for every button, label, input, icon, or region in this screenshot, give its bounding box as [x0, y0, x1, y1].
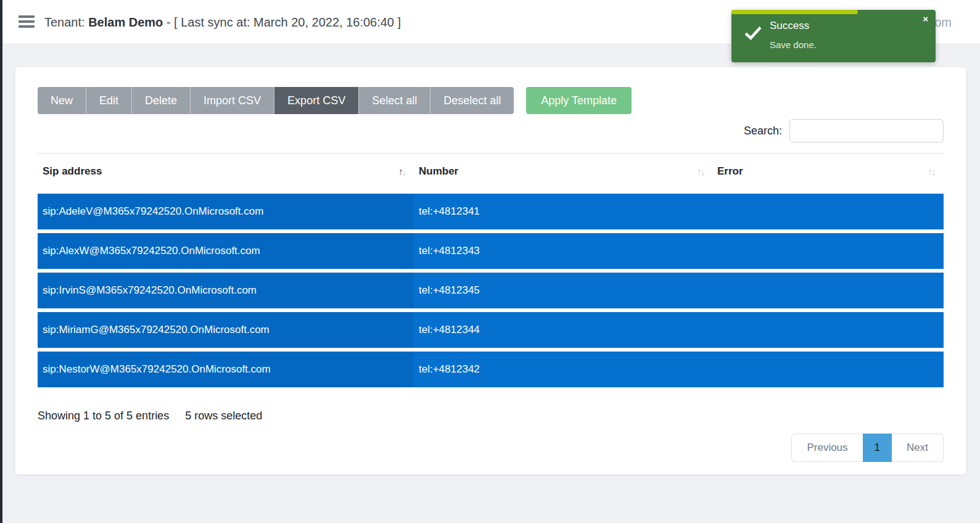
- table-body: sip:AdeleV@M365x79242520.OnMicrosoft.com…: [38, 194, 944, 387]
- success-toast: Success Save done. ×: [731, 10, 936, 62]
- table-row[interactable]: sip:AlexW@M365x79242520.OnMicrosoft.com …: [38, 233, 944, 269]
- last-sync-text: - [ Last sync at: March 20, 2022, 16:06:…: [167, 15, 401, 28]
- table-row[interactable]: sip:NestorW@M365x79242520.OnMicrosoft.co…: [38, 352, 944, 387]
- sort-icon: ↑↓: [697, 167, 704, 177]
- delete-button[interactable]: Delete: [132, 87, 191, 114]
- content-card: New Edit Delete Import CSV Export CSV Se…: [15, 67, 966, 475]
- cell-sip-address: sip:MiriamG@M365x79242520.OnMicrosoft.co…: [38, 312, 414, 348]
- export-csv-button[interactable]: Export CSV: [274, 87, 359, 114]
- tenant-label: Tenant:: [44, 15, 85, 28]
- select-all-button[interactable]: Select all: [359, 87, 430, 114]
- toast-title: Success: [770, 20, 809, 32]
- table-row[interactable]: sip:IrvinS@M365x79242520.OnMicrosoft.com…: [38, 273, 944, 308]
- table-row[interactable]: sip:AdeleV@M365x79242520.OnMicrosoft.com…: [38, 194, 944, 229]
- tenant-name: Belam Demo: [88, 15, 163, 28]
- showing-entries-text: Showing 1 to 5 of 5 entries: [38, 410, 169, 422]
- cell-error: [712, 273, 944, 308]
- table-row[interactable]: sip:MiriamG@M365x79242520.OnMicrosoft.co…: [38, 312, 944, 348]
- toolbar-button-group: New Edit Delete Import CSV Export CSV Se…: [38, 87, 514, 114]
- table-header-row: Sip address ↑↓ Number ↑↓ Error ↑↓: [38, 154, 944, 189]
- column-label: Number: [419, 165, 458, 177]
- edit-button[interactable]: Edit: [86, 87, 132, 114]
- column-header-error[interactable]: Error ↑↓: [712, 165, 944, 178]
- column-label: Error: [717, 165, 743, 177]
- table-info: Showing 1 to 5 of 5 entries 5 rows selec…: [38, 410, 944, 422]
- cell-number: tel:+4812343: [414, 233, 712, 269]
- pagination: Previous 1 Next: [38, 434, 944, 462]
- cell-sip-address: sip:AlexW@M365x79242520.OnMicrosoft.com: [38, 233, 414, 269]
- new-button[interactable]: New: [38, 87, 86, 114]
- search-label: Search:: [744, 125, 782, 138]
- toast-progress-bar: [731, 10, 858, 14]
- apply-template-button[interactable]: Apply Template: [526, 87, 632, 114]
- toolbar: New Edit Delete Import CSV Export CSV Se…: [38, 87, 944, 114]
- column-header-sip-address[interactable]: Sip address ↑↓: [38, 165, 414, 178]
- cell-number: tel:+4812344: [414, 312, 712, 348]
- cell-sip-address: sip:NestorW@M365x79242520.OnMicrosoft.co…: [38, 352, 414, 387]
- cell-number: tel:+4812341: [414, 194, 712, 229]
- sort-icon: ↑↓: [928, 167, 935, 177]
- search-input[interactable]: [789, 119, 944, 142]
- cell-number: tel:+4812345: [414, 273, 712, 308]
- previous-page-button[interactable]: Previous: [791, 434, 862, 462]
- sort-icon: ↑↓: [398, 167, 405, 177]
- tenant-title: Tenant: Belam Demo - [ Last sync at: Mar…: [44, 15, 401, 29]
- next-page-button[interactable]: Next: [892, 434, 944, 462]
- deselect-all-button[interactable]: Deselect all: [430, 87, 514, 114]
- header-truncated-account-text: om: [934, 15, 952, 29]
- hamburger-menu-icon[interactable]: [19, 15, 35, 29]
- column-header-number[interactable]: Number ↑↓: [414, 165, 712, 178]
- import-csv-button[interactable]: Import CSV: [191, 87, 274, 114]
- column-label: Sip address: [43, 165, 102, 177]
- close-icon[interactable]: ×: [923, 14, 928, 24]
- cell-number: tel:+4812342: [414, 352, 712, 387]
- cell-sip-address: sip:AdeleV@M365x79242520.OnMicrosoft.com: [38, 194, 414, 229]
- pager-group: Previous 1 Next: [791, 434, 944, 462]
- search-bar: Search:: [38, 119, 944, 142]
- check-icon: [744, 23, 762, 41]
- cell-sip-address: sip:IrvinS@M365x79242520.OnMicrosoft.com: [38, 273, 414, 308]
- cell-error: [712, 312, 944, 348]
- page-1-button[interactable]: 1: [863, 434, 892, 462]
- collapsed-sidebar-strip: [0, 0, 2, 523]
- toast-message: Save done.: [770, 39, 817, 50]
- cell-error: [712, 352, 944, 387]
- cell-error: [712, 194, 944, 229]
- cell-error: [712, 233, 944, 269]
- rows-selected-text: 5 rows selected: [185, 410, 262, 422]
